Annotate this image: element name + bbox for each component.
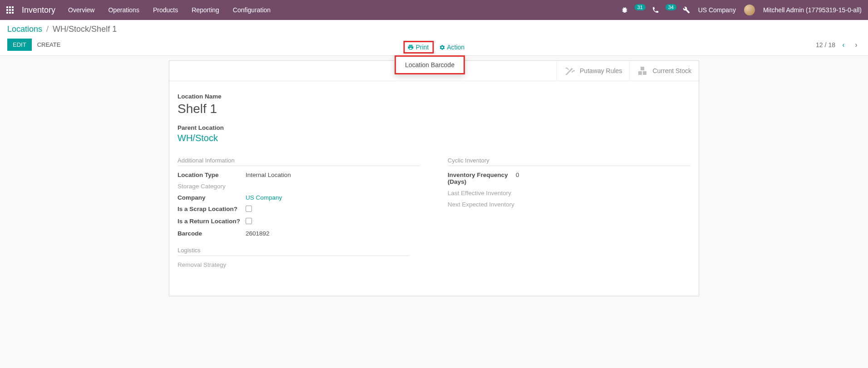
- group-logistics-wrap: Logistics Removal Strategy: [178, 247, 420, 268]
- current-stock-button[interactable]: Current Stock: [629, 61, 699, 81]
- dropdown-item-location-barcode[interactable]: Location Barcode: [405, 61, 454, 69]
- action-label: Action: [447, 44, 464, 51]
- menu-configuration[interactable]: Configuration: [233, 6, 271, 14]
- group-logistics: Logistics: [178, 247, 409, 256]
- pager-pos: 12: [816, 41, 823, 49]
- pager-prev-icon[interactable]: ‹: [839, 41, 848, 49]
- row-removal-strategy: Removal Strategy: [178, 261, 420, 268]
- apps-icon[interactable]: [6, 6, 14, 14]
- row-scrap-location: Is a Scrap Location?: [178, 206, 420, 213]
- tools-icon[interactable]: [683, 6, 690, 14]
- barcode-label: Barcode: [178, 230, 246, 237]
- nav-right: 31 34 US Company Mitchell Admin (1779531…: [621, 5, 862, 15]
- row-location-type: Location Type Internal Location: [178, 172, 420, 178]
- create-button[interactable]: CREATE: [32, 39, 66, 51]
- breadcrumb-root[interactable]: Locations: [7, 25, 42, 34]
- company-switcher[interactable]: US Company: [698, 6, 736, 14]
- row-inv-freq: Inventory Frequency (Days) 0: [448, 172, 690, 185]
- menu-overview[interactable]: Overview: [68, 6, 94, 14]
- control-bar: Locations / WH/Stock/Shelf 1 EDIT CREATE…: [0, 20, 868, 56]
- boxes-icon: [637, 65, 648, 76]
- return-label: Is a Return Location?: [178, 218, 246, 225]
- group-cyclic: Cyclic Inventory: [448, 157, 690, 166]
- print-label: Print: [416, 44, 429, 51]
- row-barcode: Barcode 2601892: [178, 230, 420, 237]
- pager: 12 / 18 ‹ ›: [816, 41, 861, 49]
- inv-freq-value: 0: [516, 172, 519, 178]
- col-left: Additional Information Location Type Int…: [178, 157, 420, 273]
- row-last-effective: Last Effective Inventory: [448, 190, 690, 196]
- clock-icon[interactable]: 34: [667, 6, 675, 14]
- last-effective-label: Last Effective Inventory: [448, 190, 516, 196]
- storage-category-label: Storage Category: [178, 183, 246, 190]
- location-name-value: Shelf 1: [178, 102, 690, 116]
- company-label: Company: [178, 194, 246, 201]
- bug-icon[interactable]: [621, 6, 628, 14]
- location-name-label: Location Name: [178, 93, 690, 100]
- sheet-body: Location Name Shelf 1 Parent Location WH…: [169, 81, 699, 286]
- barcode-value: 2601892: [246, 230, 270, 237]
- next-expected-label: Next Expected Inventory: [448, 201, 516, 208]
- menu-products[interactable]: Products: [153, 6, 178, 14]
- company-value[interactable]: US Company: [246, 194, 282, 201]
- avatar[interactable]: [744, 5, 755, 15]
- action-button[interactable]: Action: [439, 44, 464, 51]
- chat-icon[interactable]: 31: [636, 6, 644, 14]
- pager-total: 18: [828, 41, 835, 49]
- print-dropdown: Location Barcode: [395, 55, 465, 74]
- menu-operations[interactable]: Operations: [108, 6, 139, 14]
- row-storage-category: Storage Category: [178, 183, 420, 190]
- print-button[interactable]: Print: [404, 41, 434, 54]
- pager-next-icon[interactable]: ›: [852, 41, 861, 49]
- top-navbar: Inventory Overview Operations Products R…: [0, 0, 868, 20]
- control-row: EDIT CREATE Print Action Location Barcod…: [7, 39, 861, 51]
- row-company: Company US Company: [178, 194, 420, 201]
- chat-badge: 31: [635, 4, 646, 10]
- edit-button[interactable]: EDIT: [7, 39, 32, 51]
- breadcrumb-sep: /: [46, 25, 49, 34]
- group-additional-info: Additional Information: [178, 157, 420, 166]
- main-menu: Overview Operations Products Reporting C…: [68, 6, 271, 14]
- row-return-location: Is a Return Location?: [178, 218, 420, 226]
- parent-location-link[interactable]: WH/Stock: [178, 133, 690, 143]
- app-title[interactable]: Inventory: [22, 5, 55, 15]
- menu-reporting[interactable]: Reporting: [192, 6, 219, 14]
- putaway-rules-button[interactable]: Putaway Rules: [557, 61, 629, 81]
- parent-location-label: Parent Location: [178, 124, 690, 131]
- sheet-area: Putaway Rules Current Stock Location Nam…: [0, 56, 868, 296]
- col-right: Cyclic Inventory Inventory Frequency (Da…: [448, 157, 690, 273]
- location-type-label: Location Type: [178, 172, 246, 178]
- current-stock-label: Current Stock: [652, 67, 691, 74]
- user-menu[interactable]: Mitchell Admin (17795319-15-0-all): [763, 6, 862, 14]
- removal-strategy-label: Removal Strategy: [178, 261, 246, 268]
- scrap-checkbox[interactable]: [246, 206, 252, 212]
- inv-freq-label: Inventory Frequency (Days): [448, 172, 516, 185]
- return-checkbox[interactable]: [246, 218, 252, 224]
- columns: Additional Information Location Type Int…: [178, 157, 690, 273]
- putaway-label: Putaway Rules: [580, 67, 622, 74]
- scrap-label: Is a Scrap Location?: [178, 206, 246, 212]
- gear-icon: [439, 44, 445, 50]
- row-next-expected: Next Expected Inventory: [448, 201, 690, 208]
- form-sheet: Putaway Rules Current Stock Location Nam…: [169, 60, 699, 296]
- location-type-value: Internal Location: [246, 172, 291, 178]
- breadcrumb: Locations / WH/Stock/Shelf 1: [7, 25, 861, 34]
- print-icon: [408, 44, 414, 50]
- nav-left: Inventory Overview Operations Products R…: [6, 5, 271, 15]
- pager-sep: /: [825, 41, 827, 49]
- breadcrumb-current: WH/Stock/Shelf 1: [53, 25, 117, 34]
- phone-icon[interactable]: [652, 6, 659, 14]
- activity-badge: 34: [666, 4, 676, 10]
- shuffle-icon: [564, 65, 575, 76]
- center-actions: Print Action: [404, 41, 465, 54]
